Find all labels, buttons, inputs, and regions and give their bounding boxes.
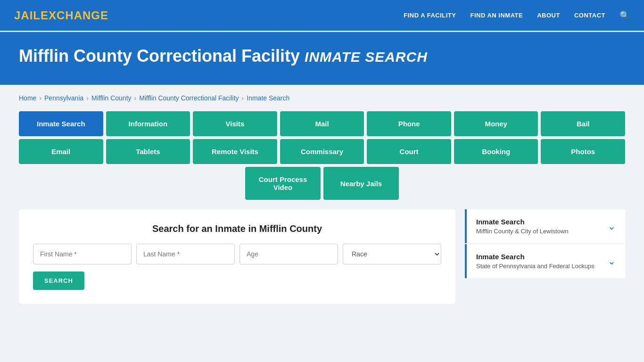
race-select[interactable]: Race White Black Hispanic Asian Other	[343, 244, 441, 264]
page-title: Mifflin County Correctional Facility INM…	[19, 46, 625, 66]
find-an-inmate-link[interactable]: FIND AN INMATE	[470, 12, 523, 19]
breadcrumb-inmate-search[interactable]: Inmate Search	[247, 94, 289, 102]
breadcrumb-pennsylvania[interactable]: Pennsylvania	[44, 94, 83, 102]
tab-nearby-jails[interactable]: Nearby Jails	[323, 167, 399, 200]
breadcrumb-mifflin-county[interactable]: Mifflin County	[91, 94, 132, 102]
age-input[interactable]	[239, 244, 338, 264]
navbar: JAILEXCHANGE FIND A FACILITY FIND AN INM…	[0, 0, 644, 31]
search-fields: Race White Black Hispanic Asian Other	[33, 244, 441, 264]
find-a-facility-link[interactable]: FIND A FACILITY	[404, 12, 456, 19]
tab-visits[interactable]: Visits	[193, 111, 277, 136]
search-button[interactable]: SEARCH	[33, 272, 84, 290]
tab-booking[interactable]: Booking	[454, 139, 538, 164]
site-logo: JAILEXCHANGE	[14, 9, 108, 22]
logo-exchange: EXCHANGE	[41, 9, 108, 22]
breadcrumb-home[interactable]: Home	[19, 94, 36, 102]
breadcrumb: Home › Pennsylvania › Mifflin County › M…	[19, 94, 625, 102]
sep-1: ›	[39, 94, 41, 102]
search-box: Search for an Inmate in Mifflin County R…	[19, 209, 455, 304]
chevron-down-icon-2: ⌄	[608, 255, 616, 267]
tab-remote-visits[interactable]: Remote Visits	[193, 139, 277, 164]
tabs-container: Inmate Search Information Visits Mail Ph…	[19, 111, 625, 200]
contact-link[interactable]: CONTACT	[574, 12, 605, 19]
tab-commissary[interactable]: Commissary	[280, 139, 364, 164]
tabs-row-3: Court Process Video Nearby Jails	[19, 167, 625, 200]
main-layout: Search for an Inmate in Mifflin County R…	[19, 209, 625, 304]
sep-2: ›	[86, 94, 89, 102]
tabs-row-1: Inmate Search Information Visits Mail Ph…	[19, 111, 625, 136]
tab-court-process-video[interactable]: Court Process Video	[245, 167, 321, 200]
chevron-down-icon-1: ⌄	[608, 221, 616, 232]
sidebar-card-mifflin[interactable]: Inmate Search Mifflin County & City of L…	[465, 209, 625, 243]
tab-money[interactable]: Money	[454, 111, 538, 136]
nav-links: FIND A FACILITY FIND AN INMATE ABOUT CON…	[404, 10, 630, 21]
sep-4: ›	[242, 94, 244, 102]
tab-court[interactable]: Court	[367, 139, 451, 164]
tab-phone[interactable]: Phone	[367, 111, 451, 136]
tab-bail[interactable]: Bail	[541, 111, 625, 136]
sidebar-card-mifflin-title: Inmate Search	[476, 218, 569, 226]
sidebar-card-pennsylvania[interactable]: Inmate Search State of Pennsylvania and …	[465, 244, 625, 278]
about-link[interactable]: ABOUT	[537, 12, 560, 19]
tab-information[interactable]: Information	[106, 111, 190, 136]
content-area: Home › Pennsylvania › Mifflin County › M…	[0, 85, 644, 323]
sidebar-card-mifflin-sub: Mifflin County & City of Lewistown	[476, 228, 569, 235]
tab-mail[interactable]: Mail	[280, 111, 364, 136]
sidebar-card-pennsylvania-sub: State of Pennsylvania and Federal Lockup…	[476, 263, 594, 270]
search-icon[interactable]: 🔍	[619, 10, 630, 21]
tab-inmate-search[interactable]: Inmate Search	[19, 111, 103, 136]
search-title: Search for an Inmate in Mifflin County	[33, 223, 441, 234]
tab-tablets[interactable]: Tablets	[106, 139, 190, 164]
tab-photos[interactable]: Photos	[541, 139, 625, 164]
logo-jail: JAIL	[14, 9, 41, 22]
sidebar-cards: Inmate Search Mifflin County & City of L…	[465, 209, 625, 278]
breadcrumb-facility[interactable]: Mifflin County Correctional Facility	[139, 94, 239, 102]
last-name-input[interactable]	[136, 244, 235, 264]
hero-section: Mifflin County Correctional Facility INM…	[0, 32, 644, 85]
sidebar-card-pennsylvania-title: Inmate Search	[476, 253, 594, 261]
sep-3: ›	[134, 94, 137, 102]
tab-email[interactable]: Email	[19, 139, 103, 164]
first-name-input[interactable]	[33, 244, 132, 264]
tabs-row-2: Email Tablets Remote Visits Commissary C…	[19, 139, 625, 164]
